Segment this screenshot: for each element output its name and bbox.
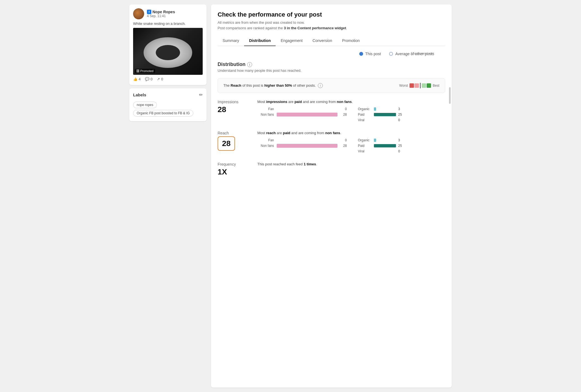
post-meta: f Nope Ropes 4 Sep, 11:41 <box>147 10 175 18</box>
viral-label-reach: Viral <box>358 149 372 153</box>
engagement-rate-label: Engagement rate <box>411 52 434 55</box>
like-icon: 👍 <box>133 77 138 81</box>
reach-desc-type: paid <box>283 131 290 135</box>
organic-value-imp: 3 <box>398 107 400 111</box>
reach-bars: Fan 0 Non fans 28 <box>257 138 347 148</box>
impressions-desc-metric: impressions <box>266 100 287 104</box>
subtitle-link[interactable]: 3 in the Content performance widget <box>284 26 346 30</box>
tab-summary[interactable]: Summary <box>218 36 244 46</box>
viral-value-reach: 0 <box>398 149 400 153</box>
post-date: 4 Sep, 11:41 <box>147 14 175 18</box>
viral-bar-imp <box>374 118 396 122</box>
frequency-name: Frequency <box>218 162 251 166</box>
tabs: Summary Distribution Engagement Conversi… <box>218 36 445 46</box>
paid-row-reach: Paid 25 <box>358 144 402 148</box>
impressions-desc-source: non fans <box>337 100 352 104</box>
this-post-label: This post <box>365 52 381 56</box>
viral-label-imp: Viral <box>358 118 372 122</box>
tab-promotion[interactable]: Promotion <box>337 36 365 46</box>
image-icon: 🖼 <box>136 69 139 73</box>
comment-icon: 💬 <box>145 77 149 81</box>
facebook-icon: f <box>147 10 151 14</box>
subtitle-line1: All metrics are from when the post was c… <box>218 20 445 31</box>
scale-red <box>410 83 414 88</box>
nonfan-label-imp: Non fans <box>257 113 274 116</box>
reach-name: Reach <box>218 131 251 135</box>
nonfan-bar-container-reach <box>277 144 337 148</box>
info-icon[interactable]: i <box>247 62 252 67</box>
paid-value-imp: 25 <box>398 113 402 116</box>
section-desc: Understand how many people this post has… <box>218 68 445 73</box>
reach-label-block: Reach 28 <box>218 131 251 151</box>
comments-count: 0 <box>150 77 152 81</box>
viral-value-imp: 0 <box>398 118 400 122</box>
fan-label-reach: Fan <box>257 138 274 142</box>
shares-count: 0 <box>161 77 163 81</box>
reach-metric-label: Reach <box>231 83 241 88</box>
impressions-desc-type: paid <box>294 100 302 104</box>
tab-engagement[interactable]: Engagement <box>276 36 307 46</box>
snake-image <box>133 28 203 75</box>
fan-label-imp: Fan <box>257 107 274 111</box>
nonfan-bar-fill-reach <box>277 144 337 148</box>
frequency-text: This post reached each feed 1 times. <box>257 162 445 166</box>
paid-bar-imp <box>374 113 396 116</box>
viral-bar-reach <box>374 150 396 153</box>
nonfan-bar-container-imp <box>277 113 337 116</box>
post-actions: 👍 4 💬 0 ↗ 0 <box>133 77 203 81</box>
impressions-label-block: Impressions 28 <box>218 100 251 114</box>
reach-text: The Reach of this post is higher than 50… <box>223 83 323 88</box>
reach-value: 28 <box>218 136 235 151</box>
right-panel: Check the performance of your post All m… <box>211 4 452 388</box>
reach-detail: Most reach are paid and are coming from … <box>257 131 445 153</box>
metrics-container: Impressions 28 Most impressions are paid… <box>218 100 445 176</box>
reach-row: Reach 28 Most reach are paid and are com… <box>218 131 445 153</box>
likes-action: 👍 4 <box>133 77 141 81</box>
avg-posts-dot <box>389 52 393 56</box>
label-tag-organic[interactable]: Organic FB post boosted to FB & IG <box>133 110 193 116</box>
reach-highlight: higher than 50% <box>264 83 292 88</box>
paid-fill-imp <box>374 113 396 116</box>
impressions-desc: Most impressions are paid and are coming… <box>257 100 445 104</box>
promoted-badge: 🖼 Promoted <box>135 69 155 73</box>
fan-bar-container-reach <box>277 138 337 142</box>
post-text: White snake resting on a branch. <box>133 22 203 26</box>
best-label: Best <box>433 84 439 88</box>
labels-card: Labels ✏ nope ropes Organic FB post boos… <box>129 88 207 121</box>
reach-side-metrics: Organic 3 Paid 2 <box>358 138 402 153</box>
share-icon: ↗ <box>157 77 160 81</box>
fan-bar-row-reach: Fan 0 <box>257 138 347 142</box>
page-name-row: f Nope Ropes <box>147 10 175 14</box>
page-name: Nope Ropes <box>152 10 175 14</box>
worst-label: Worst <box>399 84 408 88</box>
tab-distribution[interactable]: Distribution <box>244 36 276 46</box>
comments-action: 💬 0 <box>145 77 152 81</box>
reach-desc-metric: reach <box>266 131 276 135</box>
impressions-row: Impressions 28 Most impressions are paid… <box>218 100 445 122</box>
label-tag-nope[interactable]: nope ropes <box>133 102 157 108</box>
nonfan-bar-row-imp: Non fans 28 <box>257 113 347 116</box>
reach-info-icon[interactable]: i <box>318 83 323 88</box>
nonfan-value-imp: 28 <box>340 113 347 116</box>
scrollbar[interactable] <box>449 87 451 104</box>
paid-label-reach: Paid <box>358 144 372 148</box>
fan-bar-container-imp <box>277 107 337 111</box>
frequency-times: 1 times <box>304 162 316 166</box>
nonfan-bar-fill-imp <box>277 113 337 116</box>
labels-list: nope ropes Organic FB post boosted to FB… <box>133 101 203 117</box>
tab-conversion[interactable]: Conversion <box>308 36 337 46</box>
organic-value-reach: 3 <box>398 138 400 142</box>
post-header: f Nope Ropes 4 Sep, 11:41 <box>133 8 203 19</box>
impressions-name: Impressions <box>218 100 251 104</box>
post-image: 🖼 Promoted <box>133 28 203 75</box>
left-panel: f Nope Ropes 4 Sep, 11:41 White snake re… <box>129 4 207 388</box>
snake-coil <box>144 37 192 68</box>
organic-fill-reach <box>374 139 376 142</box>
nonfan-value-reach: 28 <box>340 144 347 148</box>
paid-value-reach: 25 <box>398 144 402 148</box>
worst-best: Worst Best <box>399 83 439 88</box>
edit-icon[interactable]: ✏ <box>199 92 203 97</box>
frequency-row: Frequency 1X This post reached each feed… <box>218 162 445 176</box>
section-title: Distribution i <box>218 62 445 67</box>
scale-pink <box>414 83 419 88</box>
